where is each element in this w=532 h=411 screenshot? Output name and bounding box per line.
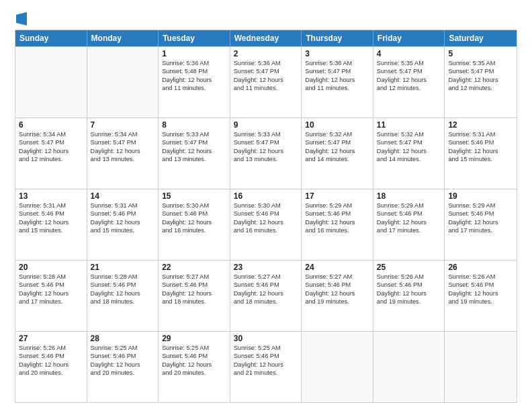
day-info: Sunrise: 5:27 AM Sunset: 5:46 PM Dayligh…	[162, 273, 226, 306]
day-number: 25	[377, 263, 441, 272]
day-info: Sunrise: 5:30 AM Sunset: 5:46 PM Dayligh…	[234, 201, 298, 235]
cal-cell: 5Sunrise: 5:35 AM Sunset: 5:47 PM Daylig…	[445, 47, 517, 118]
cal-header-wednesday: Wednesday	[230, 30, 302, 46]
cal-cell: 17Sunrise: 5:29 AM Sunset: 5:46 PM Dayli…	[302, 189, 373, 260]
day-number: 16	[234, 191, 298, 201]
cal-cell: 28Sunrise: 5:25 AM Sunset: 5:46 PM Dayli…	[87, 332, 159, 402]
day-number: 10	[305, 120, 369, 130]
day-number: 18	[377, 191, 441, 201]
day-number: 19	[448, 191, 513, 201]
day-info: Sunrise: 5:28 AM Sunset: 5:46 PM Dayligh…	[91, 273, 155, 306]
cal-cell: 15Sunrise: 5:30 AM Sunset: 5:46 PM Dayli…	[159, 189, 230, 260]
cal-cell: 25Sunrise: 5:26 AM Sunset: 5:46 PM Dayli…	[373, 261, 445, 331]
cal-header-tuesday: Tuesday	[159, 30, 230, 46]
day-number: 8	[162, 120, 226, 130]
day-info: Sunrise: 5:33 AM Sunset: 5:47 PM Dayligh…	[234, 130, 298, 164]
day-number: 14	[91, 191, 155, 201]
cal-cell: 22Sunrise: 5:27 AM Sunset: 5:46 PM Dayli…	[159, 261, 230, 331]
day-info: Sunrise: 5:32 AM Sunset: 5:47 PM Dayligh…	[377, 130, 441, 164]
day-number: 24	[305, 263, 369, 272]
day-number: 28	[91, 334, 155, 343]
header	[15, 12, 517, 26]
logo-icon	[16, 12, 27, 26]
day-number: 27	[19, 334, 83, 343]
day-number: 2	[234, 49, 298, 58]
cal-header-thursday: Thursday	[302, 30, 373, 46]
cal-cell	[373, 332, 445, 402]
day-info: Sunrise: 5:30 AM Sunset: 5:46 PM Dayligh…	[162, 201, 226, 235]
day-info: Sunrise: 5:29 AM Sunset: 5:46 PM Dayligh…	[448, 201, 513, 235]
day-number: 5	[448, 49, 513, 58]
cal-cell: 9Sunrise: 5:33 AM Sunset: 5:47 PM Daylig…	[230, 118, 302, 189]
cal-cell: 18Sunrise: 5:29 AM Sunset: 5:46 PM Dayli…	[373, 189, 445, 260]
cal-week-2: 13Sunrise: 5:31 AM Sunset: 5:46 PM Dayli…	[15, 189, 517, 260]
day-info: Sunrise: 5:36 AM Sunset: 5:48 PM Dayligh…	[162, 59, 226, 93]
day-info: Sunrise: 5:29 AM Sunset: 5:46 PM Dayligh…	[305, 201, 369, 235]
cal-cell: 23Sunrise: 5:27 AM Sunset: 5:46 PM Dayli…	[230, 261, 302, 331]
day-number: 13	[19, 191, 83, 201]
cal-week-3: 20Sunrise: 5:28 AM Sunset: 5:46 PM Dayli…	[15, 260, 517, 331]
cal-cell: 4Sunrise: 5:35 AM Sunset: 5:47 PM Daylig…	[373, 47, 445, 118]
day-info: Sunrise: 5:25 AM Sunset: 5:46 PM Dayligh…	[162, 344, 226, 377]
cal-cell: 2Sunrise: 5:36 AM Sunset: 5:47 PM Daylig…	[230, 47, 302, 118]
cal-header-friday: Friday	[373, 30, 445, 46]
cal-cell	[87, 47, 159, 118]
calendar: SundayMondayTuesdayWednesdayThursdayFrid…	[15, 30, 517, 403]
day-number: 30	[234, 334, 298, 343]
cal-week-1: 6Sunrise: 5:34 AM Sunset: 5:47 PM Daylig…	[15, 118, 517, 189]
cal-header-sunday: Sunday	[15, 30, 87, 46]
day-info: Sunrise: 5:31 AM Sunset: 5:46 PM Dayligh…	[19, 201, 83, 235]
day-info: Sunrise: 5:32 AM Sunset: 5:47 PM Dayligh…	[305, 130, 369, 164]
cal-cell: 24Sunrise: 5:27 AM Sunset: 5:46 PM Dayli…	[302, 261, 373, 331]
day-info: Sunrise: 5:36 AM Sunset: 5:47 PM Dayligh…	[305, 59, 369, 93]
cal-week-0: 1Sunrise: 5:36 AM Sunset: 5:48 PM Daylig…	[15, 46, 517, 118]
cal-cell: 16Sunrise: 5:30 AM Sunset: 5:46 PM Dayli…	[230, 189, 302, 260]
day-info: Sunrise: 5:35 AM Sunset: 5:47 PM Dayligh…	[377, 59, 441, 93]
cal-week-4: 27Sunrise: 5:26 AM Sunset: 5:46 PM Dayli…	[15, 331, 517, 402]
day-info: Sunrise: 5:36 AM Sunset: 5:47 PM Dayligh…	[234, 59, 298, 93]
day-info: Sunrise: 5:26 AM Sunset: 5:46 PM Dayligh…	[19, 344, 83, 377]
day-number: 15	[162, 191, 226, 201]
cal-cell: 14Sunrise: 5:31 AM Sunset: 5:46 PM Dayli…	[87, 189, 159, 260]
day-number: 20	[19, 263, 83, 272]
page: SundayMondayTuesdayWednesdayThursdayFrid…	[0, 0, 532, 411]
day-info: Sunrise: 5:29 AM Sunset: 5:46 PM Dayligh…	[377, 201, 441, 235]
cal-cell: 7Sunrise: 5:34 AM Sunset: 5:47 PM Daylig…	[87, 118, 159, 189]
cal-cell	[445, 332, 517, 402]
day-info: Sunrise: 5:34 AM Sunset: 5:47 PM Dayligh…	[19, 130, 83, 164]
day-info: Sunrise: 5:28 AM Sunset: 5:46 PM Dayligh…	[19, 273, 83, 306]
cal-cell: 8Sunrise: 5:33 AM Sunset: 5:47 PM Daylig…	[159, 118, 230, 189]
logo	[15, 12, 27, 26]
day-number: 21	[91, 263, 155, 272]
calendar-body: 1Sunrise: 5:36 AM Sunset: 5:48 PM Daylig…	[15, 46, 517, 402]
cal-cell: 10Sunrise: 5:32 AM Sunset: 5:47 PM Dayli…	[302, 118, 373, 189]
day-number: 11	[377, 120, 441, 130]
day-info: Sunrise: 5:33 AM Sunset: 5:47 PM Dayligh…	[162, 130, 226, 164]
cal-cell: 12Sunrise: 5:31 AM Sunset: 5:46 PM Dayli…	[445, 118, 517, 189]
day-number: 7	[91, 120, 155, 130]
day-number: 1	[162, 49, 226, 58]
cal-cell	[302, 332, 373, 402]
cal-cell: 21Sunrise: 5:28 AM Sunset: 5:46 PM Dayli…	[87, 261, 159, 331]
day-info: Sunrise: 5:35 AM Sunset: 5:47 PM Dayligh…	[448, 59, 513, 93]
day-info: Sunrise: 5:34 AM Sunset: 5:47 PM Dayligh…	[91, 130, 155, 164]
day-info: Sunrise: 5:27 AM Sunset: 5:46 PM Dayligh…	[234, 273, 298, 306]
cal-cell: 29Sunrise: 5:25 AM Sunset: 5:46 PM Dayli…	[159, 332, 230, 402]
day-info: Sunrise: 5:26 AM Sunset: 5:46 PM Dayligh…	[377, 273, 441, 306]
svg-marker-0	[16, 12, 27, 26]
day-info: Sunrise: 5:31 AM Sunset: 5:46 PM Dayligh…	[91, 201, 155, 235]
day-info: Sunrise: 5:31 AM Sunset: 5:46 PM Dayligh…	[448, 130, 513, 164]
day-info: Sunrise: 5:25 AM Sunset: 5:46 PM Dayligh…	[91, 344, 155, 377]
cal-cell	[15, 47, 87, 118]
day-number: 22	[162, 263, 226, 272]
day-number: 17	[305, 191, 369, 201]
day-info: Sunrise: 5:25 AM Sunset: 5:46 PM Dayligh…	[234, 344, 298, 377]
cal-header-saturday: Saturday	[445, 30, 517, 46]
cal-header-monday: Monday	[87, 30, 159, 46]
day-info: Sunrise: 5:27 AM Sunset: 5:46 PM Dayligh…	[305, 273, 369, 306]
cal-cell: 6Sunrise: 5:34 AM Sunset: 5:47 PM Daylig…	[15, 118, 87, 189]
cal-cell: 1Sunrise: 5:36 AM Sunset: 5:48 PM Daylig…	[159, 47, 230, 118]
cal-cell: 20Sunrise: 5:28 AM Sunset: 5:46 PM Dayli…	[15, 261, 87, 331]
day-number: 9	[234, 120, 298, 130]
day-number: 6	[19, 120, 83, 130]
